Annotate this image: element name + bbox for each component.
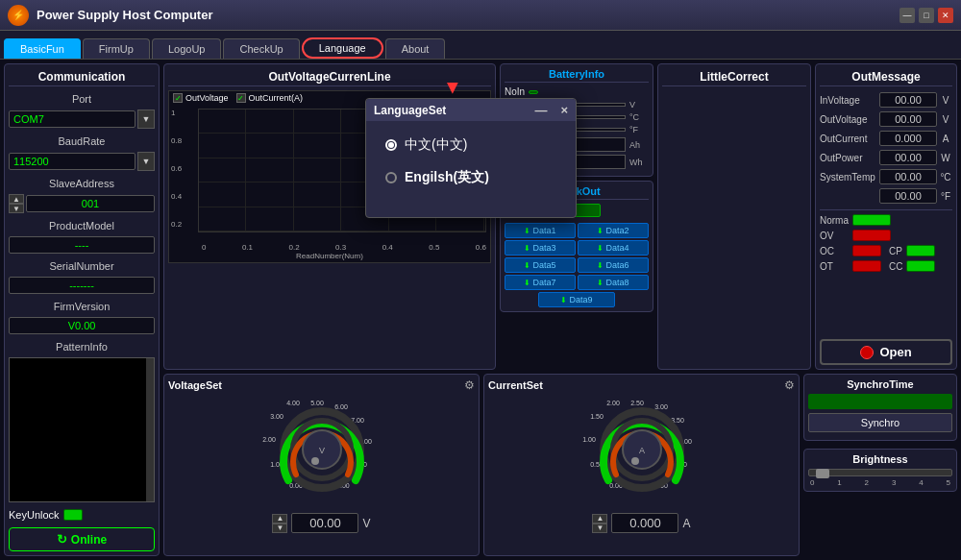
data4-button[interactable]: ⬇Data4 (578, 240, 649, 256)
port-select[interactable]: COM7 (9, 110, 136, 128)
lang-option-chinese[interactable]: 中文(中文) (385, 136, 556, 154)
slave-address-down[interactable]: ▼ (9, 204, 24, 213)
online-button[interactable]: ↻ Online (9, 527, 155, 551)
oc-led (852, 245, 881, 256)
baudrate-select[interactable]: 115200 (9, 153, 136, 170)
tab-language[interactable]: Language (302, 37, 383, 59)
app-title: Power Supply Host Computer (37, 8, 899, 22)
pattern-scrollbar[interactable] (146, 358, 154, 501)
open-button[interactable]: Open (820, 339, 952, 365)
outvoltage-label: OutVoltage (820, 114, 877, 125)
out-message-panel: OutMessage InVoltage 00.00 V OutVoltage … (815, 63, 957, 370)
radio-chinese[interactable] (385, 139, 397, 151)
systemtemp-value: 00.00 (879, 169, 937, 184)
current-unit: A (682, 517, 690, 530)
svg-text:4.00: 4.00 (286, 400, 300, 406)
legend-voltage-check[interactable]: ✓ (173, 93, 183, 103)
slave-address-value[interactable]: 001 (26, 195, 155, 212)
current-set-title: CurrentSet (488, 379, 543, 391)
modal-controls: — × (534, 103, 568, 117)
tab-basicfun[interactable]: BasicFun (4, 38, 81, 59)
svg-text:V: V (318, 446, 324, 455)
slave-address-spinner[interactable]: ▲ ▼ (9, 194, 24, 213)
battery-unit-4: Ah (629, 140, 649, 150)
data1-button[interactable]: ⬇Data1 (505, 223, 576, 238)
current-down-arrow[interactable]: ▼ (592, 523, 607, 533)
svg-point-30 (631, 457, 639, 465)
outpower-value: 00.00 (879, 150, 937, 165)
brightness-slider[interactable] (808, 469, 952, 476)
data6-button[interactable]: ⬇Data6 (578, 257, 649, 273)
data9-button[interactable]: ⬇Data9 (538, 292, 615, 307)
tab-logoup[interactable]: LogoUp (152, 38, 222, 59)
involtage-value: 00.00 (879, 92, 937, 108)
language-arrow-icon: ▲ (443, 78, 462, 100)
outvoltage-unit: V (939, 114, 952, 125)
outvoltage-value: 00.00 (879, 111, 937, 127)
current-knob-container[interactable]: 2.50 3.00 3.50 4.00 4.50 5.00 2.00 1.50 … (579, 394, 704, 509)
radio-english[interactable] (385, 172, 397, 183)
serial-number-value: ------- (9, 277, 155, 294)
no-in-label: NoIn (505, 86, 525, 97)
open-red-circle (860, 346, 874, 359)
baudrate-dropdown-btn[interactable]: ▼ (137, 152, 155, 171)
baudrate-label: BaudRate (9, 135, 155, 147)
communication-title: Communication (9, 68, 155, 86)
voltage-up-arrow[interactable]: ▲ (272, 514, 287, 523)
brightness-slider-row (808, 469, 952, 476)
data3-button[interactable]: ⬇Data3 (505, 240, 576, 256)
data9-row: ⬇Data9 (505, 292, 649, 307)
data2-button[interactable]: ⬇Data2 (578, 223, 649, 238)
current-spinner[interactable]: ▲ ▼ (592, 514, 607, 533)
voltage-value-display[interactable]: 00.00 (291, 513, 358, 533)
outpower-label: OutPower (820, 153, 877, 163)
data7-button[interactable]: ⬇Data7 (505, 275, 576, 290)
brightness-panel: Brightness 012345 (803, 449, 957, 492)
voltage-set-panel: VoltageSet ⚙ 5.00 6.00 7.00 8.00 9.00 10… (163, 374, 480, 556)
data5-button[interactable]: ⬇Data5 (505, 257, 576, 273)
svg-text:6.00: 6.00 (334, 403, 348, 410)
close-button[interactable]: ✕ (938, 8, 953, 23)
current-value-display[interactable]: 0.000 (611, 513, 678, 533)
systemtemp-f-value: 00.00 (879, 188, 937, 204)
modal-title: LanguageSet (374, 104, 446, 117)
firm-version-label: FirmVersion (9, 301, 155, 312)
current-input-row: ▲ ▼ 0.000 A (488, 513, 795, 533)
voltage-spinner[interactable]: ▲ ▼ (272, 514, 287, 533)
communication-panel: Communication Port COM7 ▼ BaudRate 11520… (4, 63, 160, 556)
voltage-set-gear-icon[interactable]: ⚙ (464, 378, 475, 392)
product-model-value: ---- (9, 236, 155, 254)
systemtemp-unit: °C (939, 172, 952, 183)
modal-close-btn[interactable]: × (560, 103, 568, 117)
voltage-knob-container[interactable]: 5.00 6.00 7.00 8.00 9.00 10.00 4.00 3.00… (259, 394, 384, 509)
tab-checkup[interactable]: CheckUp (223, 38, 299, 59)
battery-unit-2: °C (629, 112, 649, 122)
outpower-unit: W (939, 153, 952, 163)
synchro-led (808, 394, 952, 409)
voltage-down-arrow[interactable]: ▼ (272, 523, 287, 533)
brightness-thumb[interactable] (816, 469, 829, 478)
slave-address-up[interactable]: ▲ (9, 194, 24, 204)
tab-firmup[interactable]: FirmUp (83, 38, 150, 59)
current-set-gear-icon[interactable]: ⚙ (784, 378, 795, 392)
systemtemp-f-row: 00.00 °F (820, 188, 952, 204)
synchro-brightness-area: SynchroTime Synchro Brightness 012345 (803, 374, 957, 556)
tab-about[interactable]: About (385, 38, 446, 59)
legend-current-check[interactable]: ✓ (236, 93, 246, 103)
involtage-unit: V (939, 95, 952, 106)
port-dropdown-btn[interactable]: ▼ (137, 110, 155, 129)
cc-led (906, 260, 935, 272)
minimize-button[interactable]: — (899, 8, 915, 23)
app-icon: ⚡ (8, 5, 29, 26)
svg-text:A: A (638, 446, 644, 455)
no-in-btn[interactable] (529, 90, 538, 94)
lang-option-english[interactable]: Engilsh(英文) (385, 169, 556, 186)
data8-button[interactable]: ⬇Data8 (578, 275, 649, 290)
synchro-button[interactable]: Synchro (808, 413, 952, 432)
ot-label: OT (820, 261, 849, 272)
norma-led (852, 214, 891, 226)
current-up-arrow[interactable]: ▲ (592, 514, 607, 523)
maximize-button[interactable]: □ (919, 8, 934, 23)
main-area: Communication Port COM7 ▼ BaudRate 11520… (0, 60, 961, 560)
modal-minimize-btn[interactable]: — (534, 103, 547, 117)
